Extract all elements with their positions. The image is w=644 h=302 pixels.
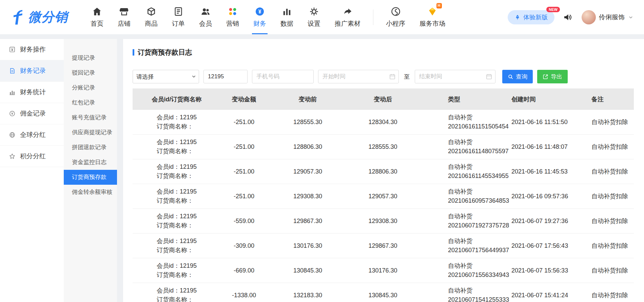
sidebar-item-global-dividend[interactable]: 全球分红 [0, 124, 64, 146]
table-row: 会员id：12195 订货商名称： -309.00 130176.30 1298… [133, 234, 634, 258]
deposit-log-table: 会员id/订货商名称 变动金额 变动前 变动后 类型 创建时间 备注 会员id：… [133, 88, 634, 302]
nav-item-service-market[interactable]: H 服务市场 [412, 0, 452, 34]
nav-item-goods[interactable]: 商品 [138, 0, 165, 34]
member-id-value: 12195 [180, 163, 197, 170]
nav-item-members[interactable]: 会员 [192, 0, 219, 34]
header-before: 变动前 [267, 95, 348, 103]
cell-remark: 自动补货扣除 [591, 118, 634, 126]
submenu-item-label: 账号充值记录 [72, 114, 106, 121]
nav-item-settings[interactable]: 设置 [300, 0, 328, 34]
user-account-menu[interactable]: 伶俐服饰 [582, 10, 634, 24]
nav-item-finance[interactable]: ¥ 财务 [246, 0, 273, 34]
chevron-down-icon [628, 14, 634, 20]
member-id-label: 会员id： [157, 163, 180, 170]
submenu-item[interactable]: 订货商预存款 [64, 170, 117, 185]
star-icon [9, 153, 16, 160]
header-after: 变动后 [348, 95, 417, 103]
shop-icon [119, 6, 130, 17]
dealer-name-label: 订货商名称： [157, 246, 197, 255]
page-title: 订货商预存款日志 [133, 48, 634, 57]
cell-type-number: 202106071927375728 [448, 221, 511, 230]
cell-after-balance: 129867.30 [348, 242, 417, 249]
cell-remark: 自动补货扣除 [591, 143, 634, 151]
phone-input[interactable] [252, 70, 314, 83]
sidebar-item-commission-records[interactable]: 佣金记录 [0, 103, 64, 124]
nav-item-shop[interactable]: 店铺 [111, 0, 138, 34]
end-date-input[interactable] [415, 70, 495, 83]
brand-logo[interactable]: 微分销 [12, 0, 83, 34]
dealer-name-label: 订货商名称： [157, 122, 197, 131]
cell-before-balance: 128555.30 [267, 119, 348, 126]
miniapp-icon [390, 6, 401, 17]
try-new-version-button[interactable]: 体验新版 NEW [508, 10, 554, 24]
submenu-item[interactable]: 拼团退款记录 [64, 140, 117, 155]
submenu-item[interactable]: 分账记录 [64, 80, 117, 95]
cell-created-time: 2021-06-07 15:56:33 [511, 267, 591, 274]
globe-icon [9, 132, 16, 138]
submenu-item-label: 资金监控日志 [72, 159, 106, 165]
member-id-value: 12195 [180, 213, 197, 220]
brand-name: 微分销 [28, 8, 68, 26]
sidebar-item-label: 财务记录 [20, 66, 46, 75]
submenu-item[interactable]: 佣金转余额审核 [64, 185, 117, 200]
nav-item-miniapp[interactable]: 小程序 [379, 0, 412, 34]
cell-type-number: 202106161148075597 [448, 147, 511, 156]
sidebar-item-finance-ops[interactable]: 财务操作 [0, 39, 64, 60]
orders-icon [173, 6, 184, 17]
finance-ops-icon [9, 46, 16, 53]
calendar-icon[interactable] [486, 73, 492, 80]
sidebar-item-finance-stats[interactable]: 财务统计 [0, 82, 64, 103]
finance-records-icon [9, 67, 16, 74]
type-select[interactable]: 请选择 [133, 70, 199, 83]
header-member: 会员id/订货商名称 [133, 95, 221, 103]
cell-remark: 自动补货扣除 [591, 291, 634, 299]
main-layout: 财务操作 财务记录 财务统计 佣金记录 全球分红 积分分红 提现记录 驳回记录 [0, 34, 644, 302]
cell-created-time: 2021-06-16 11:48:07 [511, 143, 591, 150]
cell-after-balance: 129057.30 [348, 193, 417, 200]
sidebar-item-finance-records[interactable]: 财务记录 [0, 60, 64, 82]
nav-label: 推广素材 [335, 19, 360, 28]
cell-created-time: 2021-06-16 11:45:53 [511, 168, 591, 175]
search-button[interactable]: 查询 [502, 70, 533, 83]
nav-item-orders[interactable]: 订单 [165, 0, 192, 34]
nav-item-home[interactable]: 首页 [83, 0, 111, 34]
table-header: 会员id/订货商名称 变动金额 变动前 变动后 类型 创建时间 备注 [133, 88, 634, 110]
export-button[interactable]: 导出 [537, 70, 568, 83]
member-id-label: 会员id： [157, 262, 180, 269]
submenu-item[interactable]: 红包记录 [64, 95, 117, 110]
nav-item-promo-materials[interactable]: 推广素材 [328, 0, 368, 34]
sidebar-item-label: 财务统计 [20, 88, 46, 97]
cell-change-amount: -251.00 [221, 119, 267, 126]
submenu-item[interactable]: 供应商提现记录 [64, 125, 117, 140]
goods-icon [146, 6, 157, 17]
svg-text:¥: ¥ [258, 8, 261, 14]
submenu-item[interactable]: 账号充值记录 [64, 110, 117, 125]
calendar-icon[interactable] [389, 73, 396, 80]
nav-label: 订单 [172, 19, 185, 28]
member-id-input[interactable] [203, 70, 248, 83]
submenu-item-label: 分账记录 [72, 84, 95, 91]
nav-item-data[interactable]: 数据 [273, 0, 300, 34]
dealer-name-label: 订货商名称： [157, 270, 197, 280]
cell-after-balance: 130845.30 [348, 292, 417, 299]
cell-type: 自动补货 [448, 138, 511, 147]
announcement-speaker-icon[interactable] [563, 12, 573, 22]
sidebar-item-points-dividend[interactable]: 积分分红 [0, 146, 64, 167]
cell-before-balance: 129057.30 [267, 168, 348, 175]
cell-change-amount: -559.00 [221, 218, 267, 225]
cell-created-time: 2021-06-16 09:57:36 [511, 193, 591, 200]
submenu-item-label: 提现记录 [72, 55, 95, 61]
export-button-label: 导出 [551, 73, 562, 81]
header-remark: 备注 [591, 95, 634, 103]
submenu-item[interactable]: 提现记录 [64, 51, 117, 65]
header-type: 类型 [417, 95, 511, 103]
cell-change-amount: -669.00 [221, 267, 267, 274]
nav-item-marketing[interactable]: 营销 [219, 0, 246, 34]
cell-created-time: 2021-06-16 11:51:50 [511, 119, 591, 126]
member-id-value: 12195 [180, 188, 197, 195]
start-date-input[interactable] [318, 70, 399, 83]
submenu-item[interactable]: 资金监控日志 [64, 155, 117, 170]
submenu-item[interactable]: 驳回记录 [64, 65, 117, 80]
cell-type: 自动补货 [448, 162, 511, 172]
nav-label: 小程序 [386, 19, 405, 28]
